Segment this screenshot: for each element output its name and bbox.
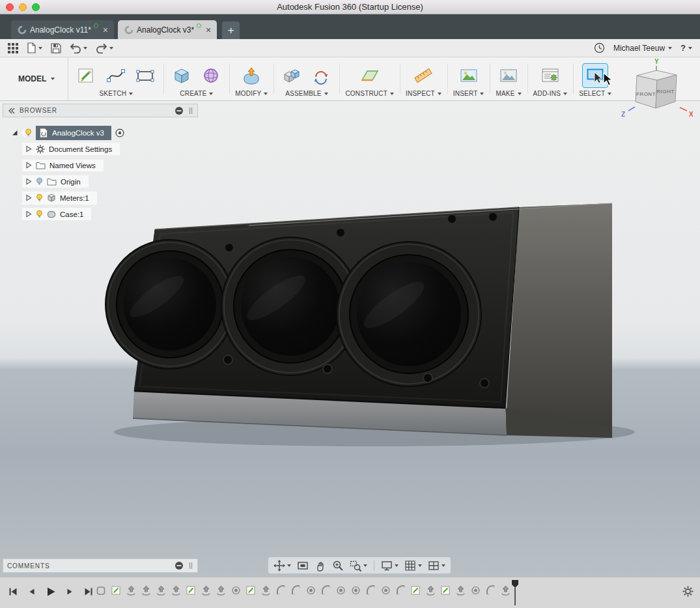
primitive-box-tool[interactable] bbox=[169, 64, 194, 87]
play-button[interactable] bbox=[44, 584, 57, 600]
timeline-feature-extrude-8[interactable] bbox=[201, 583, 211, 598]
pan-arrows-button[interactable] bbox=[272, 558, 293, 573]
ribbon-group-menu[interactable]: ADD-INS bbox=[533, 90, 568, 97]
timeline-feature-fillet-21[interactable] bbox=[396, 583, 406, 598]
close-window-button[interactable] bbox=[6, 3, 14, 11]
expanded-arrow-icon[interactable] bbox=[11, 129, 18, 136]
timeline-feature-fillet-16[interactable] bbox=[321, 583, 331, 598]
ribbon-group-menu[interactable]: MODIFY bbox=[235, 90, 268, 97]
view-cube[interactable]: Y FRONT RIGHT Z X bbox=[619, 56, 698, 132]
timeline-feature-extrude-28[interactable] bbox=[501, 583, 511, 598]
rectangle-tool[interactable] bbox=[133, 64, 158, 87]
new-component-tool[interactable] bbox=[279, 64, 304, 87]
minimize-window-button[interactable] bbox=[19, 3, 27, 11]
fit-view-button[interactable] bbox=[295, 558, 311, 573]
display-settings-button[interactable] bbox=[379, 558, 400, 573]
timeline-feature-hole-15[interactable] bbox=[306, 583, 316, 598]
expand-arrow-icon[interactable] bbox=[25, 178, 32, 185]
browser-row-origin[interactable]: Origin bbox=[3, 174, 198, 189]
hand-button[interactable] bbox=[313, 558, 328, 573]
expand-arrow-icon[interactable] bbox=[25, 145, 32, 152]
go-to-end-button[interactable] bbox=[82, 584, 95, 600]
help-menu[interactable]: ? bbox=[680, 43, 692, 53]
viewport-canvas[interactable]: BROWSER AnalogClock v3Document SettingsN… bbox=[0, 101, 700, 577]
zoom-window-button[interactable] bbox=[348, 558, 369, 573]
create-sketch-tool[interactable] bbox=[74, 64, 99, 87]
redo-button[interactable] bbox=[96, 43, 113, 53]
viewports-button[interactable] bbox=[426, 558, 447, 573]
tab-close-icon[interactable]: × bbox=[206, 25, 211, 35]
user-account-menu[interactable]: Michael Teeuw bbox=[613, 44, 672, 53]
ribbon-group-menu[interactable]: INSPECT bbox=[406, 90, 441, 97]
job-status-clock-icon[interactable] bbox=[594, 42, 605, 53]
timeline-feature-sketch-2[interactable] bbox=[111, 583, 121, 598]
timeline-feature-extrude-23[interactable] bbox=[426, 583, 436, 598]
timeline-feature-hole-10[interactable] bbox=[231, 583, 241, 598]
zoom-window-button[interactable] bbox=[32, 3, 40, 11]
ribbon-group-menu[interactable]: MAKE bbox=[496, 90, 521, 97]
timeline-feature-extrude-4[interactable] bbox=[141, 583, 151, 598]
document-tab-analogclock-v3[interactable]: AnalogClock v3*× bbox=[118, 20, 217, 39]
tab-close-icon[interactable]: × bbox=[103, 25, 108, 35]
ribbon-group-menu[interactable]: CREATE bbox=[180, 90, 213, 97]
comments-bar[interactable]: COMMENTS bbox=[3, 558, 198, 573]
ribbon-group-menu[interactable]: ASSEMBLE bbox=[285, 90, 328, 97]
insert-image-tool[interactable] bbox=[456, 64, 481, 87]
browser-row-root[interactable]: AnalogClock v3 bbox=[3, 125, 198, 140]
timeline-feature-fillet-14[interactable] bbox=[291, 583, 301, 598]
document-tab-analogclock-v11[interactable]: AnalogClock v11*× bbox=[11, 20, 114, 39]
timeline-feature-extrude-9[interactable] bbox=[216, 583, 226, 598]
file-button[interactable] bbox=[27, 42, 42, 53]
timeline-feature-sketch-22[interactable] bbox=[411, 583, 421, 598]
ribbon-group-menu[interactable]: INSERT bbox=[453, 90, 484, 97]
workspace-selector[interactable]: MODEL bbox=[0, 57, 68, 100]
browser-panel-header[interactable]: BROWSER bbox=[3, 104, 198, 117]
press-pull-tool[interactable] bbox=[239, 64, 264, 87]
timeline-feature-hole-26[interactable] bbox=[471, 583, 481, 598]
bulb-on-icon[interactable] bbox=[25, 128, 32, 138]
expand-arrow-icon[interactable] bbox=[25, 210, 32, 218]
timeline-position-marker[interactable] bbox=[511, 579, 519, 607]
drag-handle-icon[interactable] bbox=[188, 562, 193, 570]
form-tool[interactable] bbox=[199, 64, 223, 87]
grid-settings-button[interactable] bbox=[402, 558, 424, 573]
timeline-feature-extrude-6[interactable] bbox=[171, 583, 181, 598]
browser-root-selection[interactable]: AnalogClock v3 bbox=[36, 126, 111, 140]
timeline-feature-sketch-7[interactable] bbox=[186, 583, 196, 598]
new-tab-button[interactable]: + bbox=[222, 22, 240, 39]
undo-button[interactable] bbox=[70, 43, 87, 53]
timeline-feature-extrude-5[interactable] bbox=[156, 583, 166, 598]
timeline-feature-hole-20[interactable] bbox=[381, 583, 391, 598]
ribbon-group-menu[interactable]: SKETCH bbox=[99, 90, 133, 97]
joint-tool[interactable] bbox=[309, 64, 333, 87]
ribbon-group-menu[interactable]: SELECT bbox=[579, 90, 611, 97]
step-forward-button[interactable] bbox=[63, 584, 76, 600]
browser-row-meters-1[interactable]: Meters:1 bbox=[3, 190, 198, 205]
timeline-feature-extrude-12[interactable] bbox=[261, 583, 271, 598]
bulb-on-icon[interactable] bbox=[36, 210, 43, 219]
make-tool[interactable] bbox=[496, 64, 521, 87]
apps-grid-button[interactable] bbox=[8, 43, 18, 53]
measure-tool[interactable] bbox=[411, 64, 436, 87]
collapse-panel-icon[interactable] bbox=[7, 107, 15, 115]
timeline-feature-extrude-25[interactable] bbox=[456, 583, 466, 598]
expand-arrow-icon[interactable] bbox=[25, 162, 32, 169]
browser-row-named-views[interactable]: Named Views bbox=[3, 158, 198, 173]
drag-handle-icon[interactable] bbox=[188, 107, 193, 115]
minimize-panel-icon[interactable] bbox=[175, 561, 184, 570]
add-ins-tool[interactable] bbox=[538, 64, 563, 87]
step-back-button[interactable] bbox=[25, 584, 38, 600]
timeline-feature-hole-17[interactable] bbox=[336, 583, 346, 598]
activate-radio-icon[interactable] bbox=[115, 128, 124, 138]
timeline-feature-hole-18[interactable] bbox=[351, 583, 361, 598]
bulb-off-icon[interactable] bbox=[36, 177, 43, 186]
timeline-feature-extrude-3[interactable] bbox=[126, 583, 136, 598]
save-button[interactable] bbox=[51, 43, 61, 53]
timeline-feature-fillet-13[interactable] bbox=[276, 583, 286, 598]
timeline-feature-box-1[interactable] bbox=[96, 583, 106, 598]
timeline-settings-icon[interactable] bbox=[682, 586, 693, 597]
bulb-on-icon[interactable] bbox=[36, 194, 43, 203]
minimize-panel-icon[interactable] bbox=[175, 106, 184, 115]
timeline-feature-sketch-24[interactable] bbox=[441, 583, 451, 598]
browser-row-document-settings[interactable]: Document Settings bbox=[3, 141, 198, 156]
